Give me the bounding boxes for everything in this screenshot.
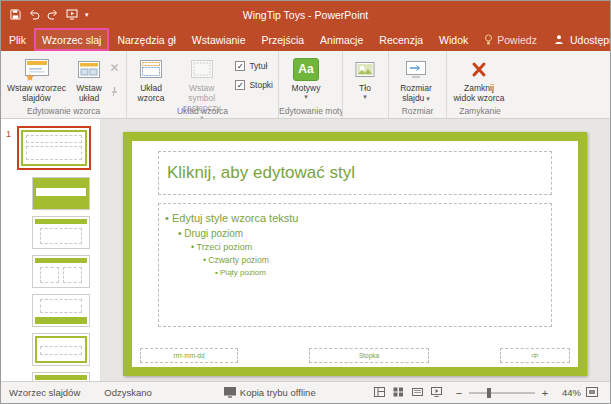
slide-number-placeholder[interactable]: ‹#›	[500, 348, 570, 363]
preserve-button[interactable]	[109, 83, 120, 101]
quick-access-toolbar: ▾	[1, 9, 89, 20]
button-label: Rozmiar	[400, 83, 432, 93]
zoom-out-button[interactable]: −	[454, 387, 464, 399]
button-label: Wstaw	[76, 83, 102, 93]
person-share-icon	[554, 34, 565, 45]
insert-placeholder-icon	[190, 56, 214, 83]
body-placeholder[interactable]: Edytuj style wzorca tekstu Drugi poziom …	[158, 203, 552, 327]
button-label: Wstaw symbol	[175, 83, 228, 103]
layout-thumbnail[interactable]	[32, 333, 90, 366]
slide-sorter-button[interactable]	[393, 387, 404, 399]
button-label: widok wzorca	[453, 93, 504, 103]
dropdown-caret-icon: ▾	[363, 93, 367, 100]
zoom-slider[interactable]	[469, 392, 535, 394]
button-label: wzorca	[138, 93, 165, 103]
button-label: Układ	[140, 83, 162, 93]
footer-row: rrrr-mm-dd Stopka ‹#›	[140, 348, 570, 363]
button-label: Wstaw wzorzec	[7, 83, 66, 93]
insert-slide-master-button[interactable]: Wstaw wzorzec slajdów	[4, 53, 69, 103]
save-icon	[10, 9, 21, 20]
group-uklad-wzorca: Układ wzorca Wstaw symbol zastępczy ▾ ✓ …	[127, 51, 279, 118]
group-edytowanie-wzorca: Wstaw wzorzec slajdów Wstaw układ Edytow…	[1, 51, 127, 118]
title-placeholder-text: Kliknij, aby edytować styl	[167, 163, 355, 183]
insert-layout-icon	[77, 56, 101, 83]
tab-wstawianie[interactable]: Wstawianie	[184, 28, 254, 51]
tab-przejscia[interactable]: Przejścia	[254, 28, 313, 51]
background-button[interactable]: Tło ▾	[346, 53, 384, 100]
tell-me-box[interactable]: Powiedz	[476, 28, 545, 51]
group-label: Edytowanie motywu	[279, 106, 342, 116]
delete-icon	[109, 62, 120, 73]
group-edytowanie-motywu: Aa Motywy ▾ Edytowanie motywu	[279, 51, 343, 118]
share-button[interactable]: Udostępnij	[545, 28, 611, 51]
layout-thumbnail[interactable]	[32, 372, 90, 381]
title-placeholder[interactable]: Kliknij, aby edytować styl	[158, 151, 552, 195]
date-placeholder[interactable]: rrrr-mm-dd	[140, 348, 238, 363]
pin-icon	[109, 86, 120, 97]
themes-button[interactable]: Aa Motywy ▾	[282, 53, 330, 100]
tab-recenzja[interactable]: Recenzja	[371, 28, 431, 51]
master-small-buttons	[109, 53, 120, 101]
offline-copy-status[interactable]: Kopia trybu offline	[216, 387, 324, 398]
start-slideshow-icon	[66, 9, 78, 20]
reading-view-button[interactable]	[412, 387, 423, 399]
thumbnail-art	[36, 188, 86, 196]
thumbnail-art	[35, 375, 87, 380]
bullet-level-3: Trzeci poziom	[165, 241, 545, 254]
slide-size-icon	[405, 56, 427, 83]
normal-view-icon	[374, 387, 385, 397]
redo-button[interactable]	[47, 9, 59, 20]
ribbon: Wstaw wzorzec slajdów Wstaw układ Edytow…	[1, 51, 610, 119]
undo-icon	[28, 9, 40, 20]
master-layout-button[interactable]: Układ wzorca	[130, 53, 172, 103]
dropdown-caret-icon: ▾	[426, 95, 430, 102]
tab-plik[interactable]: Plik	[1, 28, 34, 51]
start-slideshow-button[interactable]	[66, 9, 78, 20]
tab-animacje[interactable]: Animacje	[312, 28, 371, 51]
thumbnail-art	[40, 299, 82, 313]
layout-thumbnail[interactable]	[32, 216, 90, 249]
slideshow-view-button[interactable]	[431, 387, 442, 399]
lightbulb-icon	[484, 34, 493, 46]
customize-quick-access-button[interactable]: ▾	[85, 11, 89, 18]
tab-wzorzec-slajdow[interactable]: Wzorzec slaj	[34, 28, 110, 51]
delete-button[interactable]	[109, 59, 120, 77]
group-label: Układ wzorca	[127, 106, 278, 116]
slide-master: Kliknij, aby edytować styl Edytuj style …	[123, 132, 587, 376]
title-checkbox[interactable]: ✓ Tytuł	[235, 61, 273, 71]
slide-size-button[interactable]: Rozmiar slajdu ▾	[392, 53, 440, 103]
recovered-status[interactable]: Odzyskano	[96, 387, 160, 398]
bullet-level-1: Edytuj style wzorca tekstu	[165, 211, 545, 227]
checkbox-check-icon: ✓	[235, 61, 245, 71]
group-rozmiar: Rozmiar slajdu ▾ Rozmiar	[389, 51, 447, 118]
tab-narzedzia-glowne[interactable]: Narzędzia gł	[109, 28, 183, 51]
save-button[interactable]	[10, 9, 21, 20]
normal-view-button[interactable]	[374, 387, 385, 399]
fit-to-window-button[interactable]	[586, 387, 604, 399]
slide-editing-canvas: Kliknij, aby edytować styl Edytuj style …	[101, 119, 610, 381]
slide-master-thumbnail[interactable]	[17, 126, 91, 170]
slide-sorter-icon	[393, 387, 404, 397]
footers-checkbox[interactable]: ✓ Stopki	[235, 80, 273, 90]
layout-thumbnail[interactable]	[32, 294, 90, 327]
offline-copy-label: Kopia trybu offline	[240, 387, 316, 398]
window-title: WingTip Toys - PowerPoint	[1, 9, 610, 21]
layout-thumbnail[interactable]	[32, 255, 90, 288]
slideshow-view-icon	[431, 387, 442, 397]
view-status-label: Wzorzec slajdów	[1, 387, 88, 398]
tab-widok[interactable]: Widok	[431, 28, 476, 51]
layout-thumbnail[interactable]	[32, 177, 90, 210]
button-label: slajdu	[402, 93, 424, 103]
zoom-slider-thumb[interactable]	[487, 388, 491, 398]
close-master-view-button[interactable]: Zamknij widok wzorca	[450, 53, 508, 103]
thumbnail-art	[40, 267, 59, 283]
insert-layout-button[interactable]: Wstaw układ	[69, 53, 109, 103]
group-label: Edytowanie wzorca	[1, 106, 126, 116]
zoom-percentage[interactable]: 44%	[555, 387, 581, 398]
footer-placeholder[interactable]: Stopka	[309, 348, 429, 363]
insert-slide-master-icon	[24, 56, 50, 83]
zoom-in-button[interactable]: +	[540, 387, 550, 399]
title-bar: ▾ WingTip Toys - PowerPoint	[1, 1, 610, 28]
undo-button[interactable]	[28, 9, 40, 20]
thumbnail-art	[40, 228, 82, 244]
